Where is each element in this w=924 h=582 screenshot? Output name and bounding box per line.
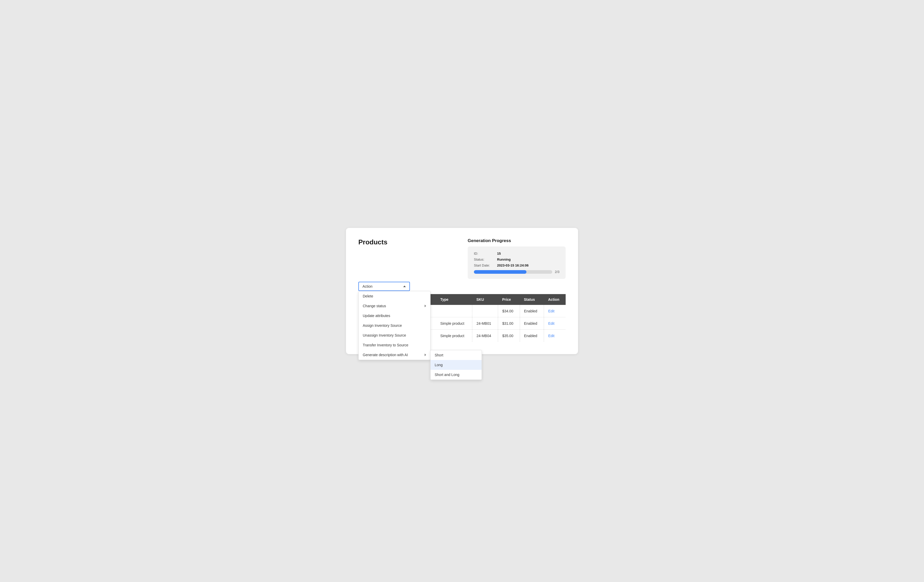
description-submenu: Short Long Short and Long xyxy=(430,350,482,380)
progress-box: ID: 15 Status: Running Start Date: 2023-… xyxy=(468,247,566,279)
progress-status-value: Running xyxy=(497,258,511,261)
submenu-item-short[interactable]: Short xyxy=(431,350,482,360)
action-button-label: Action xyxy=(363,284,373,288)
progress-status-label: Status: xyxy=(474,258,497,261)
progress-id-row: ID: 15 xyxy=(474,252,559,255)
dropdown-item-label: Unassign Inventory Source xyxy=(363,333,406,337)
dropdown-item-assign-inventory[interactable]: Assign Inventory Source xyxy=(359,321,430,330)
submenu-item-long[interactable]: Long xyxy=(431,360,482,370)
row-action-cell: Edit xyxy=(544,330,566,342)
progress-id-value: 15 xyxy=(497,252,501,255)
dropdown-item-update-attributes[interactable]: Update attributes xyxy=(359,311,430,321)
row-type: Simple product xyxy=(436,330,472,342)
col-header-type: Type xyxy=(436,294,472,305)
edit-link[interactable]: Edit xyxy=(548,321,554,326)
row-sku xyxy=(472,305,498,317)
edit-link[interactable]: Edit xyxy=(548,309,554,313)
main-card: Products Generation Progress ID: 15 Stat… xyxy=(346,228,578,354)
dropdown-item-label: Change status xyxy=(363,304,386,308)
dropdown-item-transfer-inventory[interactable]: Transfer Inventory to Source xyxy=(359,340,430,350)
row-sku: 24-MB01 xyxy=(472,317,498,330)
dropdown-item-label: Assign Inventory Source xyxy=(363,324,402,327)
progress-bar-fill xyxy=(474,270,526,274)
col-header-sku: SKU xyxy=(472,294,498,305)
row-price: $35.00 xyxy=(498,330,520,342)
action-dropdown-menu: Delete Change status Update attributes A… xyxy=(358,291,431,360)
row-sku: 24-MB04 xyxy=(472,330,498,342)
dropdown-item-delete[interactable]: Delete xyxy=(359,291,430,301)
dropdown-item-label: Transfer Inventory to Source xyxy=(363,343,408,347)
progress-startdate-label: Start Date: xyxy=(474,263,497,267)
submenu-item-short-and-long[interactable]: Short and Long xyxy=(431,370,482,380)
generation-progress-title: Generation Progress xyxy=(468,238,566,243)
action-button[interactable]: Action xyxy=(358,282,410,291)
progress-startdate-value: 2023-03-15 16:24:06 xyxy=(497,263,528,267)
submenu-item-label: Short and Long xyxy=(435,373,459,377)
row-status: Enabled xyxy=(520,330,544,342)
chevron-right-icon xyxy=(425,353,426,356)
dropdown-item-generate-description[interactable]: Generate description with AI Short Long … xyxy=(359,350,430,360)
progress-fraction: 2/3 xyxy=(555,270,559,274)
col-header-status: Status xyxy=(520,294,544,305)
row-price: $34.00 xyxy=(498,305,520,317)
edit-link[interactable]: Edit xyxy=(548,334,554,338)
row-type xyxy=(436,305,472,317)
row-action-cell: Edit xyxy=(544,317,566,330)
row-status: Enabled xyxy=(520,305,544,317)
progress-id-label: ID: xyxy=(474,252,497,255)
dropdown-item-unassign-inventory[interactable]: Unassign Inventory Source xyxy=(359,330,430,340)
progress-startdate-row: Start Date: 2023-03-15 16:24:06 xyxy=(474,263,559,267)
row-status: Enabled xyxy=(520,317,544,330)
progress-bar-track xyxy=(474,270,552,274)
progress-status-row: Status: Running xyxy=(474,258,559,261)
chevron-right-icon xyxy=(425,305,426,307)
col-header-action: Action xyxy=(544,294,566,305)
submenu-item-label: Short xyxy=(435,353,443,357)
dropdown-item-label: Update attributes xyxy=(363,314,390,318)
dropdown-item-label: Generate description with AI xyxy=(363,353,408,357)
row-action-cell: Edit xyxy=(544,305,566,317)
col-header-price: Price xyxy=(498,294,520,305)
action-dropdown-area: Action Delete Change status Update attri… xyxy=(358,282,410,291)
dropdown-item-label: Delete xyxy=(363,294,373,298)
row-price: $31.00 xyxy=(498,317,520,330)
generation-progress-panel: Generation Progress ID: 15 Status: Runni… xyxy=(468,238,566,279)
submenu-item-label: Long xyxy=(435,363,443,367)
dropdown-item-change-status[interactable]: Change status xyxy=(359,301,430,311)
row-type: Simple product xyxy=(436,317,472,330)
progress-bar-wrap: 2/3 xyxy=(474,270,559,274)
chevron-up-icon xyxy=(403,286,406,287)
